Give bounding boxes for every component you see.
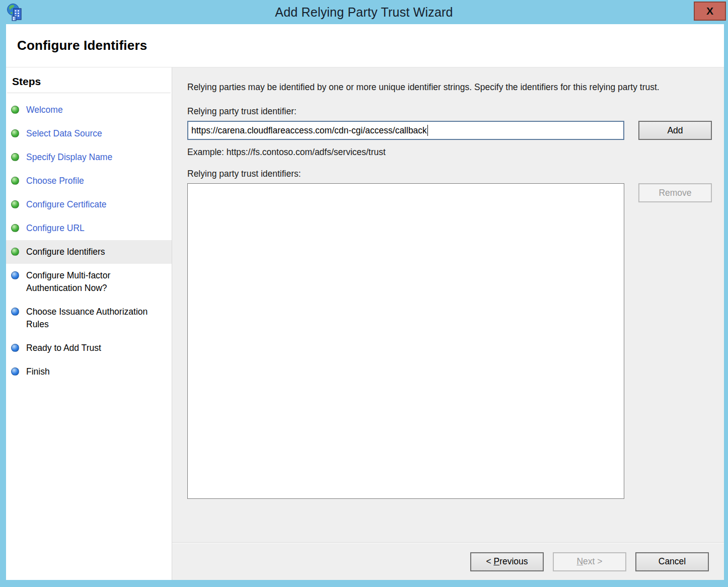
text-caret: [427, 125, 428, 136]
identifier-input[interactable]: https://carena.cloudflareaccess.com/cdn-…: [187, 121, 624, 140]
identifier-field-label: Relying party trust identifier:: [187, 106, 710, 117]
step-label: Welcome: [26, 104, 63, 116]
next-button[interactable]: Next >: [553, 552, 626, 571]
step-label: Choose Issuance Authorization Rules: [26, 306, 167, 331]
sidebar-item-choose-profile[interactable]: Choose Profile: [6, 169, 172, 193]
step-label: Configure Certificate: [26, 198, 107, 211]
step-label: Ready to Add Trust: [26, 342, 101, 354]
wizard-footer: < Previous Next > Cancel: [172, 543, 724, 580]
step-bullet-icon: [11, 153, 19, 161]
steps-heading: Steps: [7, 72, 171, 93]
identifier-input-value: https://carena.cloudflareaccess.com/cdn-…: [191, 125, 427, 136]
identifiers-list-label: Relying party trust identifiers:: [187, 169, 710, 179]
window-title: Add Relying Party Trust Wizard: [0, 5, 728, 20]
sidebar-item-ready-to-add-trust: Ready to Add Trust: [6, 336, 172, 360]
titlebar: Add Relying Party Trust Wizard X: [0, 0, 728, 24]
steps-sidebar: Steps Welcome Select Data Source: [6, 67, 172, 580]
identifiers-listbox[interactable]: [187, 183, 624, 499]
step-bullet-icon: [11, 248, 19, 256]
example-text: Example: https://fs.contoso.com/adfs/ser…: [187, 147, 710, 158]
step-label: Configure Multi-factor Authentication No…: [26, 269, 167, 295]
sidebar-item-configure-multi-factor-authentication-now: Configure Multi-factor Authentication No…: [6, 264, 172, 300]
content-pane: Relying parties may be identified by one…: [172, 67, 724, 580]
dialog-frame: Configure Identifiers Steps Welcome: [6, 24, 724, 580]
step-label: Specify Display Name: [26, 151, 112, 164]
step-label: Choose Profile: [26, 175, 84, 187]
page-header: Configure Identifiers: [6, 24, 724, 67]
step-bullet-icon: [11, 308, 19, 316]
add-button[interactable]: Add: [638, 121, 712, 140]
step-bullet-icon: [11, 106, 19, 114]
step-bullet-icon: [11, 271, 19, 279]
step-label: Select Data Source: [26, 127, 102, 140]
step-label: Configure Identifiers: [26, 246, 105, 258]
step-bullet-icon: [11, 200, 19, 208]
wizard-window: Add Relying Party Trust Wizard X Configu…: [0, 0, 728, 587]
previous-button[interactable]: < Previous: [470, 552, 544, 571]
remove-button[interactable]: Remove: [638, 183, 712, 202]
step-bullet-icon: [11, 344, 19, 352]
sidebar-item-configure-url[interactable]: Configure URL: [6, 216, 172, 240]
sidebar-item-configure-certificate[interactable]: Configure Certificate: [6, 193, 172, 216]
sidebar-item-choose-issuance-authorization-rules: Choose Issuance Authorization Rules: [6, 300, 172, 336]
steps-list: Welcome Select Data Source Specify Displ…: [6, 98, 172, 384]
page-title: Configure Identifiers: [17, 38, 147, 53]
step-bullet-icon: [11, 177, 19, 185]
intro-text: Relying parties may be identified by one…: [187, 81, 708, 94]
sidebar-item-welcome[interactable]: Welcome: [6, 98, 172, 122]
sidebar-item-finish: Finish: [6, 360, 172, 384]
cancel-button[interactable]: Cancel: [635, 552, 709, 571]
step-bullet-icon: [11, 224, 19, 232]
step-bullet-icon: [11, 368, 19, 376]
sidebar-item-configure-identifiers: Configure Identifiers: [6, 240, 172, 264]
sidebar-item-specify-display-name[interactable]: Specify Display Name: [6, 145, 172, 169]
step-label: Configure URL: [26, 222, 85, 235]
sidebar-item-select-data-source[interactable]: Select Data Source: [6, 122, 172, 145]
step-label: Finish: [26, 365, 50, 378]
step-bullet-icon: [11, 129, 19, 137]
close-button[interactable]: X: [694, 2, 726, 21]
